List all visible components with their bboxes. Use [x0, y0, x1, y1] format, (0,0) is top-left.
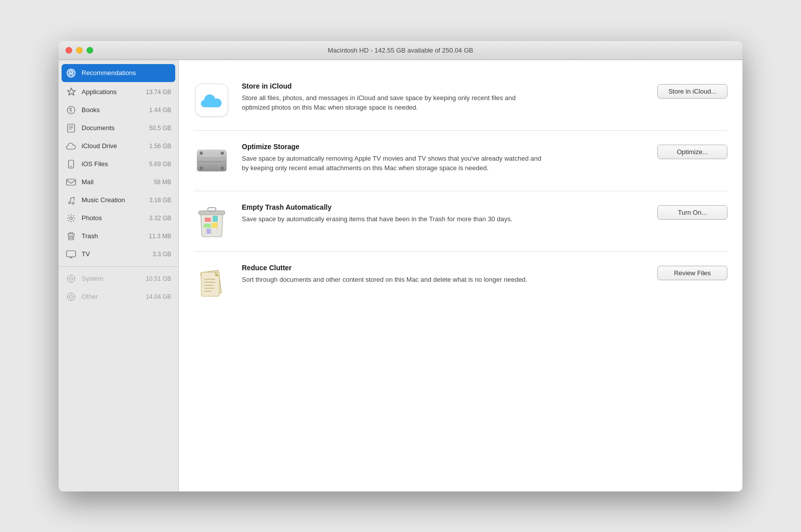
sidebar-size-music-creation: 3.18 GB: [149, 197, 171, 204]
svg-rect-47: [207, 229, 211, 234]
optimize-description: Save space by automatically removing App…: [242, 154, 542, 173]
sidebar-label-music-creation: Music Creation: [82, 196, 149, 204]
sidebar-item-trash[interactable]: Trash 11.3 MB: [59, 227, 178, 245]
sidebar-item-applications[interactable]: Applications 13.74 GB: [59, 83, 178, 101]
icloud-action: Store in iCloud...: [657, 82, 727, 99]
sidebar-item-tv[interactable]: TV 3.3 GB: [59, 245, 178, 263]
music-creation-icon: [66, 195, 77, 206]
svg-rect-4: [69, 160, 74, 168]
svg-rect-45: [204, 224, 211, 228]
sidebar-label-documents: Documents: [82, 124, 149, 132]
sidebar-size-icloud-drive: 1.56 GB: [149, 143, 171, 150]
content-area: Recommendations Applications 13.74 GB: [59, 60, 742, 491]
svg-rect-19: [67, 251, 76, 257]
svg-point-23: [68, 275, 75, 282]
svg-rect-42: [202, 154, 221, 157]
sidebar-size-system: 10.51 GB: [146, 275, 171, 282]
window-title: Macintosh HD - 142.55 GB available of 25…: [328, 47, 474, 54]
icloud-description: Store all files, photos, and messages in…: [242, 93, 542, 113]
svg-line-12: [68, 215, 69, 216]
mail-icon: [66, 177, 77, 188]
icloud-drive-icon: [66, 141, 77, 152]
sidebar-item-system[interactable]: System 10.51 GB: [59, 270, 178, 288]
sidebar-item-music-creation[interactable]: Music Creation 3.18 GB: [59, 191, 178, 209]
titlebar: Macintosh HD - 142.55 GB available of 25…: [59, 41, 742, 60]
maximize-button[interactable]: [87, 47, 93, 54]
svg-point-38: [200, 152, 203, 155]
sidebar: Recommendations Applications 13.74 GB: [59, 60, 179, 491]
icloud-icon-box: [195, 84, 228, 117]
sidebar-size-photos: 3.32 GB: [149, 215, 171, 222]
recommendation-optimize: Optimize Storage Save space by automatic…: [194, 131, 727, 191]
sidebar-size-mail: 58 MB: [154, 179, 171, 186]
sidebar-label-recommendations: Recommendations: [82, 69, 171, 77]
sidebar-label-system: System: [82, 275, 146, 282]
sidebar-item-icloud-drive[interactable]: iCloud Drive 1.56 GB: [59, 137, 178, 155]
trash-description: Save space by automatically erasing item…: [242, 214, 542, 224]
optimize-action: Optimize...: [657, 143, 727, 159]
svg-rect-3: [68, 124, 75, 132]
window-controls: [66, 47, 93, 54]
clutter-description: Sort through documents and other content…: [242, 275, 542, 285]
svg-rect-6: [67, 179, 76, 185]
icloud-icon-wrap: [194, 82, 230, 118]
close-button[interactable]: [66, 47, 72, 54]
store-in-icloud-button[interactable]: Store in iCloud...: [657, 84, 727, 99]
svg-line-15: [68, 220, 69, 221]
sidebar-item-other[interactable]: Other 14.04 GB: [59, 288, 178, 306]
documents-icon: [66, 123, 77, 134]
sidebar-label-photos: Photos: [82, 214, 149, 222]
svg-point-28: [70, 295, 73, 298]
books-icon: [66, 105, 77, 116]
sidebar-label-mail: Mail: [82, 178, 154, 186]
svg-line-13: [73, 220, 74, 221]
trash-rec-icon-wrap: [194, 203, 230, 239]
optimize-button[interactable]: Optimize...: [657, 145, 727, 159]
trash-icon: [66, 231, 77, 242]
sidebar-size-tv: 3.3 GB: [153, 251, 171, 258]
documents-stack-icon: [196, 264, 227, 299]
turn-on-button[interactable]: Turn On...: [657, 205, 727, 220]
sidebar-item-photos[interactable]: Photos 3.32 GB: [59, 209, 178, 227]
sidebar-size-books: 1.44 GB: [149, 107, 171, 114]
sidebar-size-other: 14.04 GB: [146, 293, 171, 300]
main-panel: Store in iCloud Store all files, photos,…: [179, 60, 742, 491]
svg-rect-46: [212, 223, 218, 228]
clutter-action: Review Files: [657, 264, 727, 280]
applications-icon: [66, 87, 77, 98]
photos-icon: [66, 213, 77, 224]
icloud-title: Store in iCloud: [242, 82, 645, 90]
sidebar-item-books[interactable]: Books 1.44 GB: [59, 101, 178, 119]
sidebar-label-other: Other: [82, 293, 146, 300]
hdd-icon: [195, 146, 228, 175]
sidebar-label-ios-files: iOS Files: [82, 160, 149, 168]
svg-rect-43: [205, 218, 211, 222]
clutter-rec-text: Reduce Clutter Sort through documents an…: [242, 264, 645, 285]
minimize-button[interactable]: [76, 47, 83, 54]
svg-rect-37: [197, 157, 226, 158]
sidebar-size-documents: 50.5 GB: [149, 125, 171, 132]
svg-point-39: [221, 152, 224, 155]
trash-rec-text: Empty Trash Automatically Save space by …: [242, 203, 645, 224]
review-files-button[interactable]: Review Files: [657, 266, 727, 280]
optimize-icon-wrap: [194, 143, 230, 179]
svg-point-41: [221, 167, 224, 170]
trash-action: Turn On...: [657, 203, 727, 220]
sidebar-item-mail[interactable]: Mail 58 MB: [59, 173, 178, 191]
sidebar-item-documents[interactable]: Documents 50.5 GB: [59, 119, 178, 137]
optimize-title: Optimize Storage: [242, 143, 645, 151]
recommendation-clutter: Reduce Clutter Sort through documents an…: [194, 252, 727, 312]
sidebar-size-trash: 11.3 MB: [149, 233, 171, 240]
tv-icon: [66, 249, 77, 260]
recommendation-icloud: Store in iCloud Store all files, photos,…: [194, 70, 727, 131]
sidebar-item-ios-files[interactable]: iOS Files 5.69 GB: [59, 155, 178, 173]
sidebar-item-recommendations[interactable]: Recommendations: [62, 64, 175, 82]
trash-full-icon: [197, 204, 227, 239]
ios-files-icon: [66, 159, 77, 170]
clutter-title: Reduce Clutter: [242, 264, 645, 272]
other-icon: [66, 291, 77, 302]
clutter-icon-wrap: [194, 264, 230, 300]
svg-point-40: [200, 167, 203, 170]
main-window: Macintosh HD - 142.55 GB available of 25…: [59, 41, 742, 491]
svg-rect-36: [197, 161, 226, 162]
